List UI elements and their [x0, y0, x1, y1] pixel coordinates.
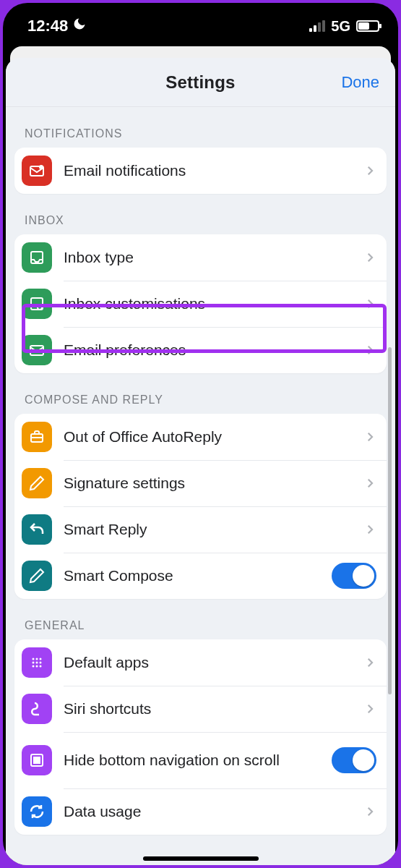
hide-bottom-nav-toggle[interactable] [332, 747, 376, 773]
page-title: Settings [165, 72, 235, 93]
row-default-apps[interactable]: Default apps [14, 639, 387, 686]
row-label: Email preferences [64, 341, 352, 359]
row-email-notifications[interactable]: Email notifications [14, 148, 387, 194]
row-label: Inbox customisations [64, 294, 352, 313]
sync-icon [22, 796, 52, 827]
chevron-right-icon [363, 805, 376, 818]
smart-compose-toggle[interactable] [332, 563, 376, 589]
row-label: Siri shortcuts [64, 699, 352, 718]
row-label: Smart Reply [64, 520, 352, 539]
row-data-usage[interactable]: Data usage [14, 788, 387, 835]
svg-rect-5 [30, 346, 43, 355]
row-out-of-office[interactable]: Out of Office AutoReply [14, 414, 387, 460]
briefcase-icon [22, 422, 52, 452]
pen-icon [22, 468, 52, 498]
envelope-icon [22, 335, 52, 365]
svg-point-1 [39, 165, 43, 169]
status-bar: 12:48 5G [3, 3, 398, 42]
inbox-icon [22, 242, 52, 273]
chevron-right-icon [363, 523, 376, 536]
scroll-indicator[interactable] [388, 347, 392, 694]
chevron-right-icon [363, 430, 376, 443]
chevron-right-icon [363, 164, 376, 177]
section-header-notifications: NOTIFICATIONS [14, 107, 387, 148]
layout-icon [22, 745, 52, 775]
done-button[interactable]: Done [341, 73, 379, 92]
signal-icon [309, 20, 325, 32]
mail-alert-icon [22, 156, 52, 186]
row-siri-shortcuts[interactable]: Siri shortcuts [14, 686, 387, 732]
row-signature-settings[interactable]: Signature settings [14, 460, 387, 506]
shortcut-icon [22, 694, 52, 724]
section-header-general: GENERAL [14, 599, 387, 639]
row-smart-compose[interactable]: Smart Compose [14, 553, 387, 599]
status-time: 12:48 [27, 17, 68, 35]
chevron-right-icon [363, 251, 376, 264]
row-label: Email notifications [64, 161, 352, 180]
row-email-preferences[interactable]: Email preferences [14, 327, 387, 373]
row-inbox-type[interactable]: Inbox type [14, 234, 387, 281]
svg-point-14 [36, 665, 38, 668]
section-header-inbox: INBOX [14, 194, 387, 234]
row-label: Smart Compose [64, 566, 320, 585]
svg-point-12 [40, 662, 42, 664]
home-indicator[interactable] [143, 856, 259, 861]
row-smart-reply[interactable]: Smart Reply [14, 506, 387, 553]
chevron-right-icon [363, 656, 376, 669]
chevron-right-icon [363, 477, 376, 490]
row-label: Inbox type [64, 248, 352, 267]
svg-point-11 [36, 662, 38, 664]
sheet-header: Settings Done [6, 58, 395, 107]
svg-point-8 [36, 658, 38, 660]
row-label: Signature settings [64, 474, 352, 493]
row-hide-bottom-nav[interactable]: Hide bottom navigation on scroll [14, 732, 387, 788]
row-inbox-customisations[interactable]: Inbox customisations [14, 281, 387, 327]
chevron-right-icon [363, 344, 376, 357]
row-label: Hide bottom navigation on scroll [64, 751, 320, 770]
pencil-icon [22, 561, 52, 591]
row-label: Data usage [64, 802, 352, 821]
row-label: Out of Office AutoReply [64, 427, 352, 446]
svg-point-4 [38, 305, 42, 310]
chevron-right-icon [363, 702, 376, 715]
svg-point-9 [40, 658, 42, 660]
grid-icon [22, 647, 52, 678]
svg-point-13 [33, 665, 35, 668]
inbox-gear-icon [22, 289, 52, 319]
svg-point-10 [33, 662, 35, 664]
svg-point-7 [33, 658, 35, 660]
section-header-compose: COMPOSE AND REPLY [14, 373, 387, 414]
battery-icon [356, 20, 379, 32]
do-not-disturb-icon [72, 17, 87, 35]
row-label: Default apps [64, 653, 352, 672]
network-label: 5G [331, 18, 350, 35]
svg-rect-17 [33, 757, 40, 764]
chevron-right-icon [363, 297, 376, 310]
settings-sheet: Settings Done NOTIFICATIONS Email notifi… [6, 58, 395, 865]
svg-rect-3 [31, 298, 43, 310]
svg-point-15 [40, 665, 42, 668]
reply-icon [22, 514, 52, 545]
